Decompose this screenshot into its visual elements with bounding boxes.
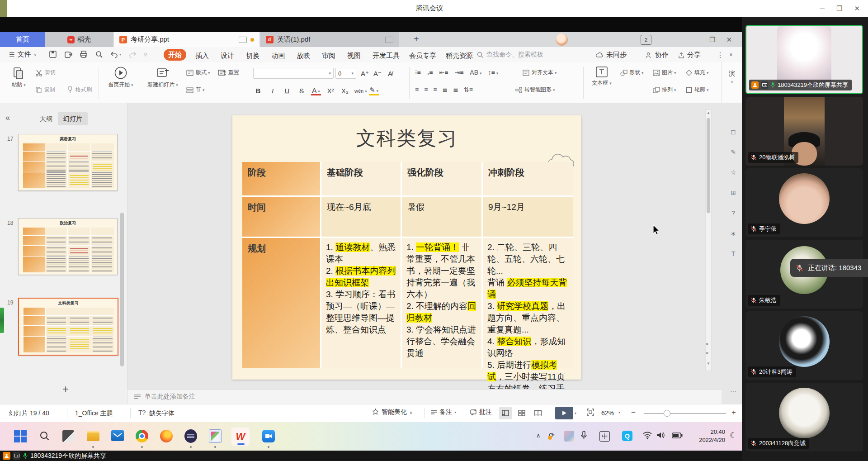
highlight-pen-button[interactable]: ✎ xyxy=(369,86,379,95)
tab-doc-ppt[interactable]: P 考研分享.ppt xyxy=(114,32,259,47)
row-spacing-icon[interactable]: ⇅≡ xyxy=(464,86,473,93)
layout-button[interactable]: 版式 xyxy=(186,69,210,76)
review-table[interactable]: 阶段 基础阶段 强化阶段 冲刺阶段 时间 现在~6月底 暑假 9月~12月 规划… xyxy=(242,162,573,368)
view-normal-button[interactable] xyxy=(499,407,512,419)
mail-icon[interactable] xyxy=(111,430,124,441)
chrome-icon[interactable] xyxy=(136,430,148,442)
menu-docer-res[interactable]: 稻壳资源 xyxy=(446,52,473,60)
wps-taskbar-icon-active[interactable]: W xyxy=(231,428,250,446)
tab-doc-pdf[interactable]: ď 英语(1).pdf xyxy=(260,32,399,47)
next-slide-double-chevron-icon[interactable]: » xyxy=(705,352,710,355)
zoom-out-button[interactable]: − xyxy=(631,408,636,417)
zoom-slider-knob[interactable] xyxy=(664,410,670,417)
menu-transition[interactable]: 切换 xyxy=(246,52,259,60)
bullet-list-icon[interactable]: ⁝≡ xyxy=(415,69,421,76)
meeting-close-button[interactable]: ✕ xyxy=(854,5,860,13)
decrease-font-icon[interactable]: A⁻ xyxy=(373,70,382,78)
missing-font-warning[interactable]: 缺失字体 xyxy=(149,409,175,418)
meeting-maximize-button[interactable]: ❐ xyxy=(836,5,842,13)
meeting-minimize-button[interactable]: ─ xyxy=(820,5,825,12)
command-search[interactable]: 查找命令、搜索模板 xyxy=(477,51,543,59)
side-properties-icon[interactable]: ◻ xyxy=(728,128,739,135)
bold-button[interactable]: B xyxy=(253,87,263,95)
side-more-icon[interactable]: ⋯ xyxy=(728,387,739,394)
slide-thumbnail-17[interactable]: 英语复习 xyxy=(18,134,118,191)
scrollbar-thumb[interactable] xyxy=(707,118,710,213)
align-left-icon[interactable]: ≡ xyxy=(415,86,419,93)
increase-font-icon[interactable]: A⁺ xyxy=(360,70,370,78)
task-view-icon[interactable] xyxy=(62,430,74,442)
side-asterisk-icon[interactable]: ∗ xyxy=(728,230,739,237)
format-painter-button[interactable]: 格式刷 xyxy=(67,86,92,94)
strikethrough-button[interactable]: S xyxy=(297,87,307,95)
slideshow-play-button[interactable] xyxy=(555,407,573,419)
panel-tab-outline[interactable]: 大纲 xyxy=(40,115,52,124)
export-icon[interactable] xyxy=(64,50,72,58)
side-star-icon[interactable]: ☆ xyxy=(728,169,739,176)
arrange-button[interactable]: 排列 xyxy=(653,86,676,94)
account-avatar[interactable] xyxy=(556,33,568,46)
participant-tile[interactable]: 20计科3闻涛 xyxy=(745,311,863,380)
slide-thumbnail-19-selected[interactable]: 文科类复习 xyxy=(18,298,118,356)
scroll-down-icon[interactable]: ▼ xyxy=(707,361,710,366)
slide-canvas[interactable]: 文科类复习 阶段 基础阶段 强化阶段 冲刺阶段 时间 现在~6月底 暑假 9月~… xyxy=(232,115,581,380)
tray-volume-icon[interactable] xyxy=(656,432,665,439)
align-center-icon[interactable]: ≡ xyxy=(424,86,428,93)
prev-slide-double-chevron-icon[interactable]: « xyxy=(705,343,710,346)
panel-scrollbar[interactable] xyxy=(120,213,124,366)
tray-night-mode-icon[interactable]: ☾ xyxy=(730,431,736,440)
paste-button[interactable]: 粘贴 xyxy=(8,66,29,89)
meeting-taskbar-icon[interactable] xyxy=(262,430,275,442)
menu-slideshow[interactable]: 放映 xyxy=(297,52,310,60)
increase-indent-icon[interactable]: ⇥≡ xyxy=(454,69,463,76)
justify-icon[interactable]: ≣ xyxy=(443,86,448,93)
menu-animation[interactable]: 动画 xyxy=(271,52,285,60)
tray-clock[interactable]: 20:40 2022/4/20 xyxy=(691,428,725,444)
slide-title[interactable]: 文科类复习 xyxy=(232,125,581,152)
tray-chevron-icon[interactable]: ∧ xyxy=(536,432,541,439)
participant-tile[interactable]: 季宁依 xyxy=(745,168,863,237)
picture-button[interactable]: 图片 xyxy=(653,69,676,76)
stacked-windows-icon[interactable]: 2 xyxy=(641,35,651,45)
tray-battery-icon[interactable] xyxy=(672,432,683,438)
save-icon[interactable] xyxy=(49,50,57,58)
tray-avatar-icon[interactable] xyxy=(564,431,574,442)
tray-wifi-icon[interactable] xyxy=(643,432,652,439)
view-reading-button[interactable] xyxy=(532,407,544,419)
present-tools-panel[interactable]: 演 » xyxy=(724,70,740,84)
underline-button[interactable]: U xyxy=(282,87,292,95)
scroll-up-icon[interactable]: ▲ xyxy=(707,111,710,115)
menu-file[interactable]: ☰ 文件 ∨ xyxy=(9,50,37,59)
comment-button[interactable]: 批注 xyxy=(470,408,492,416)
participant-tile-sharer[interactable]: 180343219仝欣的屏幕共享 xyxy=(745,25,863,94)
section-button[interactable]: 节 xyxy=(186,86,205,94)
tray-sync-icon[interactable]: ⟳ xyxy=(549,431,555,439)
number-list-icon[interactable]: ₁≡ xyxy=(427,69,433,76)
firefox-icon[interactable] xyxy=(160,430,173,442)
font-name-combo[interactable]: ▾ xyxy=(253,68,334,79)
wps-minimize-button[interactable]: ─ xyxy=(693,36,698,43)
tray-qq-icon[interactable]: Q xyxy=(622,431,632,441)
more-menu-icon[interactable]: ⋮ xyxy=(717,51,724,59)
undo-button[interactable]: ▾ xyxy=(110,50,121,58)
participant-tile[interactable]: 20物联潘泓树 xyxy=(745,97,863,166)
tray-ime-icon[interactable]: 中 xyxy=(599,431,610,442)
outline-button[interactable]: 轮廓 xyxy=(685,86,709,94)
start-button[interactable] xyxy=(14,429,27,443)
sync-status[interactable]: 未同步 xyxy=(606,51,627,59)
line-spacing-icon[interactable]: ↕≡ xyxy=(488,69,499,76)
wps-maximize-button[interactable]: ❐ xyxy=(709,36,715,44)
editor-scrollbar[interactable]: ▲ « » ▼ xyxy=(705,109,712,371)
superscript-button[interactable]: X² xyxy=(326,87,335,95)
file-explorer-icon[interactable] xyxy=(87,431,99,441)
side-grid-icon[interactable]: ⊞ xyxy=(728,189,739,196)
subscript-button[interactable]: X₂ xyxy=(340,87,350,95)
align-right-icon[interactable]: ≡ xyxy=(433,86,437,93)
side-help-icon[interactable]: ? xyxy=(728,209,739,217)
tray-mic-icon[interactable] xyxy=(580,431,587,441)
collab-button[interactable]: 协作 xyxy=(646,51,669,59)
cut-button[interactable]: 剪切 xyxy=(35,69,56,76)
redo-button[interactable] xyxy=(128,50,137,58)
menu-view[interactable]: 视图 xyxy=(347,52,361,60)
textbox-button[interactable]: 文本框 xyxy=(589,66,615,87)
